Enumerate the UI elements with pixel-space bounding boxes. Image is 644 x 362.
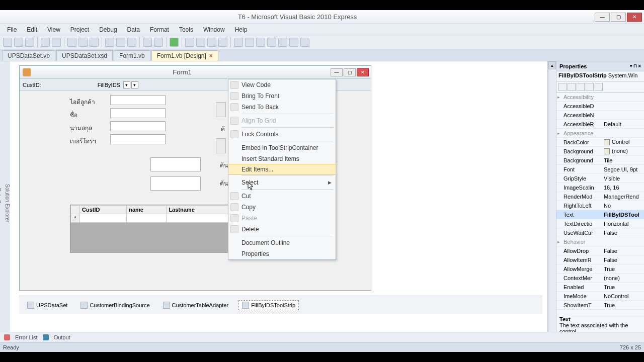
prop-row[interactable]: AllowItemRFalse (556, 255, 644, 264)
alphabetical-icon[interactable] (568, 83, 576, 91)
tooltab-data-sources[interactable]: Data Sources (0, 188, 2, 219)
toolbar-btn[interactable] (207, 38, 216, 47)
tooltab-solution-explorer[interactable]: Solution Explorer (5, 184, 10, 222)
menu-item-properties[interactable]: Properties (228, 248, 336, 259)
menu-item-insert-standard-items[interactable]: Insert Standard Items (228, 153, 336, 164)
menu-item-lock-controls[interactable]: Lock Controls (228, 129, 336, 140)
form-window[interactable]: Form1 — ▢ ✕ CustID: FillByIDS ▾▾ (19, 65, 371, 291)
tab-upsdataset-vb[interactable]: UPSDataSet.vb (2, 50, 55, 61)
prop-row[interactable]: ImageScalin16, 16 (556, 183, 644, 192)
textbox-custid[interactable] (110, 95, 166, 105)
events-icon[interactable] (586, 83, 594, 91)
property-pages-icon[interactable] (595, 83, 603, 91)
grid-col-name[interactable]: name (127, 206, 167, 214)
prop-row[interactable]: TextDirectioHorizontal (556, 219, 644, 228)
textbox-extra1[interactable] (150, 157, 201, 171)
prop-row[interactable]: ShowItemTTrue (556, 301, 644, 310)
toolbar-btn[interactable] (127, 38, 136, 47)
tray-bindingsource[interactable]: CustomerBindingSource (77, 301, 152, 310)
menu-item-bring-to-front[interactable]: Bring To Front (228, 90, 336, 102)
prop-row[interactable]: AccessibleN (556, 111, 644, 120)
tab-close-icon[interactable]: × (209, 52, 213, 59)
prop-row[interactable]: ImeModeNoControl (556, 292, 644, 301)
prop-row[interactable]: BackColorControl (556, 138, 644, 147)
menu-data[interactable]: Data (122, 25, 145, 34)
tab-form1-vb[interactable]: Form1.vb (114, 50, 150, 61)
form-close-button[interactable]: ✕ (357, 68, 369, 76)
button-1[interactable] (216, 102, 226, 117)
toolbar-btn[interactable] (3, 38, 12, 47)
prop-category[interactable]: Appearance (556, 129, 644, 138)
menu-item-view-code[interactable]: View Code (228, 79, 336, 90)
toolstrip-add-item[interactable]: ▾▾ (123, 81, 138, 88)
tray-tableadapter[interactable]: CustomerTableAdapter (160, 301, 232, 310)
toolbar-btn[interactable] (289, 38, 298, 47)
designer-scrollbar[interactable]: ▴ ▾ (548, 61, 556, 342)
prop-row[interactable]: UseWaitCurFalse (556, 228, 644, 237)
toolbar-btn[interactable] (143, 38, 152, 47)
menu-project[interactable]: Project (65, 25, 94, 34)
menu-item-select[interactable]: Select▶ (228, 177, 336, 188)
toolbar-btn[interactable] (90, 38, 99, 47)
prop-row[interactable]: RightToLeftNo (556, 201, 644, 210)
tab-form1-design[interactable]: Form1.vb [Design]× (151, 50, 218, 61)
menu-debug[interactable]: Debug (94, 25, 122, 34)
panel-pin-icon[interactable]: ⊓ (633, 63, 637, 69)
prop-row[interactable]: FontSegoe UI, 9pt (556, 165, 644, 174)
menu-help[interactable]: Help (230, 25, 253, 34)
prop-row[interactable]: ContextMer(none) (556, 274, 644, 283)
prop-row[interactable]: GripStyleVisible (556, 174, 644, 183)
textbox-name[interactable] (110, 108, 166, 118)
toolbar-btn[interactable] (116, 38, 125, 47)
form-max-button[interactable]: ▢ (344, 68, 356, 76)
tray-upsdataset[interactable]: UPSDataSet (24, 301, 70, 310)
tray-toolstrip[interactable]: FillByIDSToolStrip (238, 300, 299, 310)
menu-item-copy[interactable]: Copy (228, 202, 336, 213)
textbox-phone[interactable] (110, 134, 166, 144)
tab-upsdataset-xsd[interactable]: UPSDataSet.xsd (56, 50, 113, 61)
prop-row[interactable]: EnabledTrue (556, 283, 644, 292)
datagridview[interactable]: CustIDnameLastname * (70, 205, 231, 253)
prop-row[interactable]: AccessibleRDefault (556, 120, 644, 129)
prop-row[interactable]: BackgroundTile (556, 156, 644, 165)
toolbar-btn[interactable] (105, 38, 114, 47)
properties-object-selector[interactable]: FillByIDSToolStrip System.Win (556, 71, 644, 81)
toolbar-btn[interactable] (185, 38, 194, 47)
tab-error-list[interactable]: Error List (15, 334, 38, 340)
textbox-lastname[interactable] (110, 121, 166, 131)
menu-file[interactable]: File (2, 25, 22, 34)
grid-col-lastname[interactable]: Lastname (167, 206, 230, 214)
toolbar-btn[interactable] (41, 38, 50, 47)
toolbar-btn[interactable] (25, 38, 34, 47)
scroll-up-icon[interactable]: ▴ (548, 61, 556, 69)
menu-item-embed-in-toolstripcontainer[interactable]: Embed in ToolStripContainer (228, 142, 336, 153)
prop-category[interactable]: Behavior (556, 237, 644, 246)
close-button[interactable]: ✕ (627, 13, 642, 22)
toolbar-btn[interactable] (52, 38, 61, 47)
panel-close-icon[interactable]: × (638, 63, 641, 69)
categorized-icon[interactable] (558, 83, 567, 91)
prop-row[interactable]: AccessibleD (556, 102, 644, 111)
menu-edit[interactable]: Edit (22, 25, 42, 34)
toolbar-btn[interactable] (278, 38, 287, 47)
menu-view[interactable]: View (42, 25, 65, 34)
menu-item-delete[interactable]: Delete (228, 224, 336, 235)
button-2[interactable] (216, 138, 226, 153)
toolbar-btn[interactable] (14, 38, 23, 47)
toolbar-btn[interactable] (78, 38, 88, 47)
panel-dropdown-icon[interactable]: ▾ (630, 63, 632, 69)
toolbar-btn[interactable] (218, 38, 227, 47)
toolbar-btn[interactable] (67, 38, 76, 47)
prop-row[interactable]: RenderModManagerRend (556, 192, 644, 201)
tab-output[interactable]: Output (54, 334, 70, 340)
menu-tools[interactable]: Tools (174, 25, 198, 34)
toolbar-btn[interactable] (245, 38, 254, 47)
menu-window[interactable]: Window (198, 25, 230, 34)
minimize-button[interactable]: — (595, 13, 610, 22)
toolbar-btn[interactable] (196, 38, 205, 47)
properties-icon[interactable] (577, 83, 585, 91)
designer-surface[interactable]: Form1 — ▢ ✕ CustID: FillByIDS ▾▾ (10, 61, 548, 342)
menu-item-document-outline[interactable]: Document Outline (228, 237, 336, 248)
maximize-button[interactable]: ▢ (611, 13, 626, 22)
menu-item-send-to-back[interactable]: Send To Back (228, 102, 336, 113)
